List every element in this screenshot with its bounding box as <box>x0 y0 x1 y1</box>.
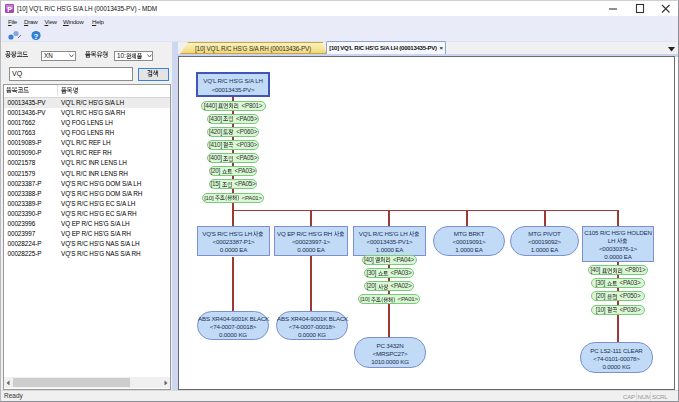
svg-text:?: ? <box>34 32 39 41</box>
svg-text:P: P <box>7 6 12 13</box>
